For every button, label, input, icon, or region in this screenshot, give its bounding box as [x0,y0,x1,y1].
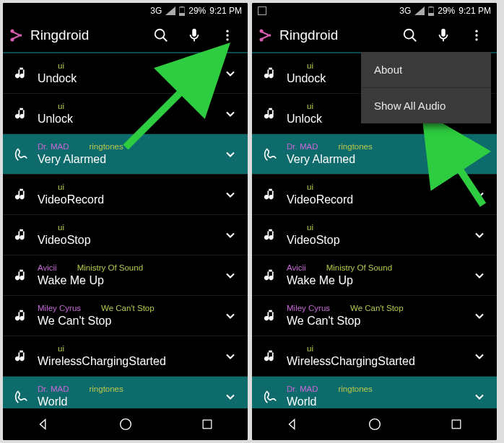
expand-button[interactable] [466,349,492,364]
overflow-button[interactable] [462,21,491,50]
home-button[interactable] [367,416,383,432]
track-title: We Can't Stop [38,314,217,328]
list-item[interactable]: uiWirelessChargingStarted [3,336,248,377]
expand-button[interactable] [217,349,243,364]
list-item[interactable]: uiWirelessChargingStarted [252,336,497,377]
expand-button[interactable] [217,147,243,162]
svg-point-9 [226,30,228,32]
menu-about[interactable]: About [361,52,491,88]
list-item[interactable]: Dr. MADringtonesVery Alarmed [3,134,248,175]
home-button[interactable] [118,416,134,432]
svg-point-3 [11,30,14,33]
status-bar: 3G 29% 9:21 PM [252,3,497,19]
list-item[interactable]: AviciiMinistry Of SoundWake Me Up [3,255,248,296]
battery-icon [179,6,185,16]
album-label: ui [307,182,313,192]
list-item[interactable]: uiVideoStop [252,215,497,255]
album-label: Ministry Of Sound [326,263,392,273]
app-title: Ringdroid [279,27,391,43]
album-label: ui [307,222,313,232]
svg-point-24 [475,30,477,32]
svg-point-5 [155,30,165,39]
svg-point-26 [475,38,477,40]
app-title: Ringdroid [30,27,142,43]
list-item[interactable]: Dr. MADringtonesVery Alarmed [252,134,497,175]
expand-button[interactable] [466,309,492,323]
artist-label: Dr. MAD [287,141,318,152]
list-item[interactable]: Miley CyrusWe Can't StopWe Can't Stop [3,296,248,336]
album-label: ui [58,101,64,111]
search-icon [402,27,418,43]
track-title: VideoStop [38,233,217,247]
expand-button[interactable] [217,390,243,404]
album-label: Ministry Of Sound [77,263,143,273]
back-button[interactable] [285,416,301,432]
track-title: VideoRecord [287,193,466,207]
recents-button[interactable] [200,417,214,431]
mic-icon [186,27,202,43]
overflow-button[interactable] [213,21,242,50]
expand-button[interactable] [466,390,492,404]
expand-button[interactable] [217,228,243,242]
expand-button[interactable] [217,188,243,202]
svg-rect-2 [181,6,183,7]
expand-button[interactable] [466,228,492,242]
music-note-icon [10,187,33,203]
list-item[interactable]: uiVideoStop [3,215,248,255]
search-button[interactable] [396,21,425,50]
album-label: ui [307,343,313,354]
list-item[interactable]: uiVideoRecord [3,175,248,215]
list-item[interactable]: AviciiMinistry Of SoundWake Me Up [252,255,497,296]
phone-icon [259,389,282,405]
track-title: Very Alarmed [38,152,217,167]
expand-button[interactable] [466,147,492,162]
expand-button[interactable] [217,268,243,283]
svg-point-10 [226,34,228,36]
mic-button[interactable] [429,21,458,50]
list-item[interactable]: uiUndock [3,53,248,94]
music-note-icon [259,268,282,284]
list-item[interactable]: Dr. MADringtonesWorld [3,377,248,408]
battery-label: 29% [188,6,206,16]
nav-bar [252,408,497,440]
track-title: VideoStop [287,233,466,247]
search-button[interactable] [147,21,175,50]
music-note-icon [10,308,33,324]
list-item[interactable]: Dr. MADringtonesWorld [252,377,497,408]
list-item[interactable]: Miley CyrusWe Can't StopWe Can't Stop [252,296,497,336]
time-label: 9:21 PM [459,6,491,16]
svg-rect-7 [192,29,196,37]
back-button[interactable] [36,416,52,432]
menu-show-all-audio[interactable]: Show All Audio [361,88,491,123]
list-item[interactable]: uiUnlock [3,94,248,134]
mic-button[interactable] [180,21,209,50]
network-label: 3G [399,6,411,16]
expand-button[interactable] [466,268,492,283]
status-bar: 3G 29% 9:21 PM [3,3,248,19]
app-bar: Ringdroid [3,19,248,53]
time-label: 9:21 PM [209,6,242,16]
phone-left: 3G 29% 9:21 PM Ringdroid uiUndockuiUnloc… [3,3,248,440]
phone-icon [10,389,33,405]
artist-label: Dr. MAD [38,141,69,152]
svg-line-21 [412,38,417,42]
phone-icon [10,146,33,162]
status-icon [258,6,266,15]
audio-list-left[interactable]: uiUndockuiUnlockDr. MADringtonesVery Ala… [3,53,248,408]
svg-line-6 [163,38,168,42]
expand-button[interactable] [217,66,243,81]
list-item[interactable]: uiVideoRecord [252,175,497,215]
album-label: ringtones [89,141,123,152]
expand-button[interactable] [466,188,492,202]
music-note-icon [10,227,33,243]
expand-button[interactable] [217,309,243,323]
nav-bar [3,408,248,440]
music-note-icon [10,66,33,82]
artist-label: Avicii [38,263,57,273]
expand-button[interactable] [217,107,243,121]
battery-label: 29% [438,6,455,16]
track-title: We Can't Stop [287,314,466,328]
svg-rect-1 [179,13,185,16]
recents-button[interactable] [449,417,464,431]
overflow-menu: About Show All Audio [361,52,491,123]
